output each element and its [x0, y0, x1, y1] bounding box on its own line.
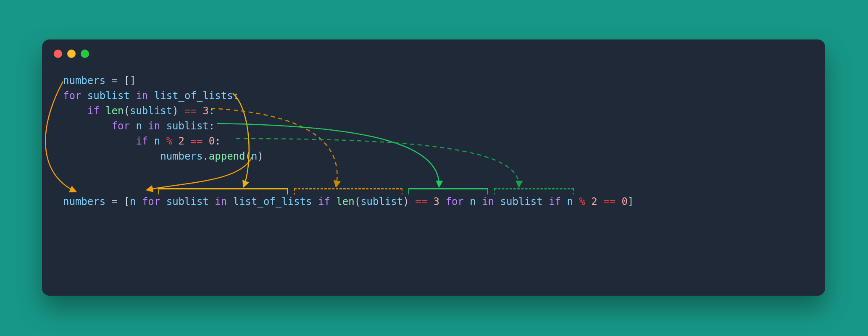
comprehension-code: numbers = [n for sublist in list_of_list…	[63, 196, 634, 207]
bracket-if-mod-icon	[494, 188, 574, 189]
bracket-for-n-icon	[408, 188, 488, 189]
traffic-light-red-icon	[54, 50, 62, 58]
tok-numbers: numbers	[63, 75, 105, 87]
traffic-light-green-icon	[81, 50, 89, 58]
window-traffic-lights	[54, 50, 89, 58]
traffic-light-yellow-icon	[67, 50, 76, 58]
loop-code: numbers = [] for sublist in list_of_list…	[63, 75, 263, 162]
bracket-if-len-icon	[294, 188, 402, 189]
bracket-for-sublist-icon	[158, 188, 288, 189]
code-window: numbers = [] for sublist in list_of_list…	[42, 39, 825, 296]
